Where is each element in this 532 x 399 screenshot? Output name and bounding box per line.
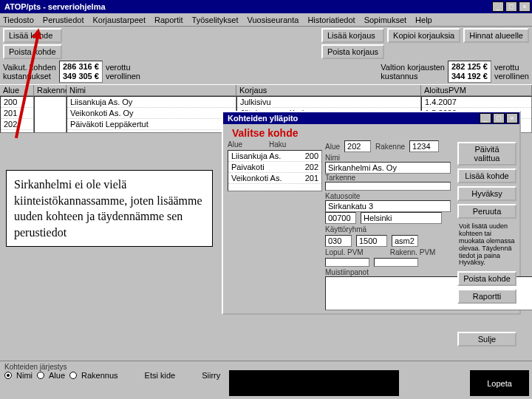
subwin-buttons: Päivitä valittua Lisää kohde Hyväksy Per… — [457, 142, 516, 347]
menu-raportit[interactable]: Raportit — [154, 16, 183, 24]
list-item[interactable]: Paivakoti — [231, 163, 265, 171]
list-item[interactable]: Veikonkoti As. — [231, 174, 282, 183]
menu-vuosiseuranta[interactable]: Vuosiseuranta — [248, 16, 299, 24]
kopioi-button[interactable]: Kopioi korjauksia — [387, 28, 460, 43]
radio-nimi-label: Nimi — [16, 371, 33, 380]
verollinen-label: verollinen — [106, 72, 140, 81]
verottu-label-r: verottu — [494, 63, 529, 72]
poista-button[interactable]: Poista kohde — [457, 271, 516, 286]
sub-haku-label: Haku — [269, 140, 286, 149]
hyvaksy-button[interactable]: Hyväksy — [457, 186, 516, 201]
annotation-arrowhead — [32, 27, 44, 40]
menu-tyoselitykset[interactable]: Työselitykset — [192, 16, 239, 24]
radio-rakennus[interactable] — [69, 372, 77, 379]
left-cost-1: 286 316 € — [63, 62, 99, 72]
rakennpvm-label: Rakenn. PVM — [390, 248, 436, 256]
lopulpvm-field[interactable] — [325, 258, 369, 267]
menu-historiatiedot[interactable]: Historiatiedot — [307, 16, 355, 24]
subwin-title: Kohteiden ylläpito — [225, 114, 480, 123]
poista-korjaus-button[interactable]: Poista korjaus — [321, 44, 384, 59]
list-item[interactable]: 201 — [1, 108, 33, 119]
verottu-label: verottu — [106, 63, 140, 72]
list-item[interactable]: 1.4.2007 — [422, 97, 531, 108]
subwin-close[interactable]: × — [506, 113, 518, 123]
right-costs: 282 125 € 344 192 € — [448, 61, 491, 83]
minimize-button[interactable]: _ — [492, 1, 504, 12]
radio-alue[interactable] — [37, 372, 44, 379]
list-item[interactable]: Päiväkoti Leppäkertut — [67, 119, 236, 130]
list-item[interactable]: Julkisivu — [237, 97, 420, 108]
column-headers: Alue Rakenne Nimi Korjaus AloitusPVM — [0, 84, 532, 96]
rakenne-label: Rakenne — [375, 143, 405, 151]
verollinen-label-r: verollinen — [494, 72, 529, 81]
close-button[interactable]: × — [519, 1, 531, 12]
postinro-field[interactable]: 00700 — [325, 212, 356, 224]
bottom-bar: Kohteiden järjestys Nimi Alue Rakennus E… — [0, 361, 532, 399]
menu-sopimukset[interactable]: Sopimukset — [364, 16, 406, 24]
sub-alue-label: Alue — [228, 140, 242, 149]
right-cost-1: 282 125 € — [451, 62, 488, 72]
raportti-button[interactable]: Raportti — [457, 289, 516, 304]
hdr-korjaus[interactable]: Korjaus — [236, 85, 421, 95]
hdr-aloitus[interactable]: AloitusPVM — [421, 85, 532, 95]
kohteiden-yllapito-window: Kohteiden ylläpito _ □ × Valitse kohde A… — [222, 111, 521, 315]
left-cost-2: 349 305 € — [63, 72, 99, 81]
valitse-kohde-heading: Valitse kohde — [225, 126, 518, 140]
right-cost-2: 344 192 € — [451, 72, 488, 81]
hdr-alue[interactable]: Alue — [0, 85, 34, 95]
cost-row: Vaikut. kohden kustannukset 286 316 € 34… — [0, 61, 532, 84]
sub-kohde-list[interactable]: Liisankuja As.200 Paivakoti202 Veikonkot… — [228, 150, 322, 191]
main-titlebar: ATOP/pts - serveriohjelma _ □ × — [0, 0, 532, 13]
nimi-field[interactable]: Sirkanhelmi As. Oy — [325, 162, 451, 174]
list-item[interactable]: Liisankuja As. — [231, 151, 281, 160]
kayttoryhm-field[interactable]: 030 — [325, 235, 352, 247]
lopulpvm-label: Lopul. PVM — [325, 248, 364, 256]
kayttoryhm-label: Käyttöryhmä — [325, 225, 366, 233]
huoneala-unit[interactable]: asm2 — [392, 235, 418, 247]
rakenne-field[interactable]: 1234 — [409, 140, 439, 152]
rak-list[interactable] — [34, 96, 66, 133]
main-title: ATOP/pts - serveriohjelma — [1, 2, 492, 11]
lopeta-button[interactable]: Lopeta — [470, 370, 529, 396]
radio-alue-label: Alue — [49, 371, 65, 380]
name-list[interactable]: Liisankuja As. Oy Veikonkoti As. Oy Päiv… — [66, 96, 236, 133]
hdr-rakenne[interactable]: Rakenne — [34, 85, 66, 95]
rakennpvm-field[interactable] — [374, 258, 418, 267]
subwin-titlebar: Kohteiden ylläpito _ □ × — [223, 112, 519, 124]
menubar: Tiedosto Perustiedot Korjaustarpeet Rapo… — [0, 13, 532, 27]
alue-field[interactable]: 202 — [344, 140, 371, 152]
sulje-button[interactable]: Sulje — [457, 332, 516, 347]
hdr-nimi[interactable]: Nimi — [66, 85, 236, 95]
siirry-label: Siirry — [202, 371, 220, 380]
toolbar-row: Lisää kohde Poista kohde Lisää korjaus P… — [0, 27, 532, 61]
list-item[interactable]: Liisankuja As. Oy — [67, 97, 236, 108]
alue-label: Alue — [325, 143, 340, 151]
list-item[interactable]: 200 — [1, 97, 33, 108]
lisaa-korjaus-button[interactable]: Lisää korjaus — [321, 28, 384, 43]
vero-labels-right: verottu verollinen — [494, 63, 529, 81]
huoneala-field[interactable]: 1500 — [356, 235, 387, 247]
valtion-label: Valtion korjausten kustannus — [381, 63, 445, 81]
callout-text: Sirkanhelmi ei ole vielä kiinteistökanna… — [6, 170, 213, 247]
etsikide-label: Etsi kide — [145, 371, 176, 380]
hinnat-button[interactable]: Hinnat alueelle — [463, 28, 529, 43]
window-buttons: _ □ × — [492, 1, 531, 12]
peruuta-button[interactable]: Peruuta — [457, 204, 516, 219]
radio-nimi[interactable] — [4, 372, 12, 379]
menu-help[interactable]: Help — [415, 16, 432, 24]
left-costs: 286 316 € 349 305 € — [59, 61, 103, 83]
radio-rakennus-label: Rakennus — [81, 371, 118, 380]
paivita-button[interactable]: Päivitä valittua — [457, 142, 516, 166]
katuos-field[interactable]: Sirkankatu 3 — [325, 200, 451, 212]
list-item[interactable]: Veikonkoti As. Oy — [67, 108, 236, 119]
kaupunki-field[interactable]: Helsinki — [361, 212, 442, 224]
menu-perustiedot[interactable]: Perustiedot — [43, 16, 84, 24]
lisaa-kohde-sub-button[interactable]: Lisää kohde — [457, 168, 516, 183]
subwin-note: Voit lisätä uuden kohteen tai muokata ol… — [457, 222, 516, 268]
subwin-minimize[interactable]: _ — [480, 113, 491, 123]
menu-tiedosto[interactable]: Tiedosto — [3, 16, 34, 24]
subwin-maximize[interactable]: □ — [493, 113, 505, 123]
maximize-button[interactable]: □ — [505, 1, 517, 12]
tarkenne-field[interactable] — [325, 182, 451, 191]
menu-korjaustarpeet[interactable]: Korjaustarpeet — [92, 16, 146, 24]
